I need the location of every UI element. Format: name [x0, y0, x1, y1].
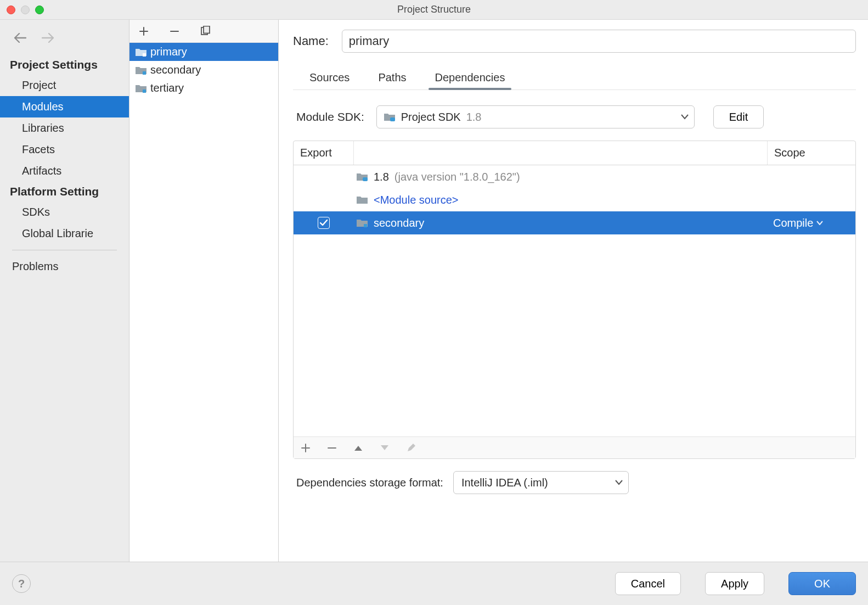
minimize-window-button[interactable] — [21, 5, 30, 14]
forward-button[interactable] — [41, 32, 56, 44]
back-button[interactable] — [12, 32, 27, 44]
zoom-window-button[interactable] — [35, 5, 44, 14]
module-item-label: primary — [150, 46, 187, 58]
dependency-toolbar — [294, 436, 855, 458]
sdk-edit-button[interactable]: Edit — [713, 105, 764, 128]
dialog-footer: ? Cancel Apply OK — [0, 562, 868, 605]
module-sdk-label: Module SDK: — [296, 110, 364, 124]
module-list: primary secondary tertiary — [129, 43, 278, 562]
move-up-button[interactable] — [352, 441, 365, 455]
dependency-scope[interactable]: Compile — [773, 217, 813, 229]
sidebar-section-header: Platform Setting — [0, 182, 129, 201]
dependency-table: Export Scope 1.8 (java version "1.8.0_16… — [293, 141, 856, 459]
dependency-meta: (java version "1.8.0_162") — [394, 171, 520, 183]
chevron-down-icon — [816, 221, 823, 225]
module-icon — [135, 83, 147, 93]
folder-icon — [356, 195, 368, 205]
module-list-panel: primary secondary tertiary — [129, 20, 279, 562]
module-item-label: tertiary — [150, 82, 184, 94]
sdk-icon — [356, 172, 368, 182]
module-item-label: secondary — [150, 64, 201, 76]
sdk-icon — [384, 112, 396, 122]
module-item-tertiary[interactable]: tertiary — [129, 79, 278, 97]
svg-rect-3 — [143, 71, 146, 75]
storage-format-select[interactable]: IntelliJ IDEA (.iml) — [453, 471, 629, 494]
settings-sidebar: Project Settings Project Modules Librari… — [0, 20, 129, 562]
module-tabs: Sources Paths Dependencies — [307, 68, 856, 89]
remove-dependency-button[interactable] — [325, 441, 339, 455]
sidebar-item-problems[interactable]: Problems — [0, 256, 129, 277]
dependency-table-header: Export Scope — [294, 141, 855, 165]
svg-rect-4 — [143, 89, 146, 93]
sidebar-item-sdks[interactable]: SDKs — [0, 201, 129, 223]
dependency-row-module-source[interactable]: <Module source> — [294, 188, 855, 211]
chevron-down-icon — [681, 114, 689, 120]
module-icon — [135, 47, 147, 57]
chevron-down-icon — [615, 480, 623, 485]
remove-module-button[interactable] — [168, 25, 181, 38]
apply-button[interactable]: Apply — [705, 572, 764, 595]
module-icon — [135, 65, 147, 75]
add-module-button[interactable] — [137, 25, 150, 38]
name-label: Name: — [293, 34, 329, 48]
column-name[interactable] — [354, 141, 768, 165]
svg-rect-1 — [204, 26, 210, 33]
module-name-input[interactable] — [342, 30, 856, 53]
module-item-secondary[interactable]: secondary — [129, 61, 278, 79]
sidebar-item-modules[interactable]: Modules — [0, 96, 129, 117]
module-detail-panel: Name: Sources Paths Dependencies Module … — [279, 20, 868, 562]
column-export[interactable]: Export — [294, 141, 354, 165]
column-scope[interactable]: Scope — [768, 141, 855, 165]
svg-rect-5 — [390, 117, 395, 121]
svg-rect-2 — [143, 53, 146, 57]
edit-dependency-button[interactable] — [404, 441, 418, 455]
sidebar-item-global-libraries[interactable]: Global Librarie — [0, 223, 129, 244]
module-item-primary[interactable]: primary — [129, 43, 278, 61]
sidebar-item-artifacts[interactable]: Artifacts — [0, 160, 129, 182]
ok-button[interactable]: OK — [788, 572, 856, 595]
move-down-button[interactable] — [378, 441, 391, 455]
cancel-button[interactable]: Cancel — [615, 572, 681, 595]
titlebar: Project Structure — [0, 0, 868, 20]
storage-format-value: IntelliJ IDEA (.iml) — [461, 477, 548, 489]
storage-format-label: Dependencies storage format: — [296, 477, 443, 489]
dependency-row-secondary[interactable]: secondary Compile — [294, 211, 855, 234]
dependency-rows: 1.8 (java version "1.8.0_162") <Module s… — [294, 165, 855, 436]
window-title: Project Structure — [0, 4, 868, 15]
module-toolbar — [129, 20, 278, 43]
add-dependency-button[interactable] — [299, 441, 312, 455]
tabs-underline — [293, 89, 856, 90]
tab-paths[interactable]: Paths — [376, 68, 408, 89]
dependency-label: <Module source> — [374, 194, 459, 206]
tab-dependencies[interactable]: Dependencies — [433, 68, 508, 89]
module-sdk-select[interactable]: Project SDK 1.8 — [376, 105, 695, 128]
sdk-select-name: Project SDK — [401, 111, 461, 124]
window-controls — [7, 5, 44, 14]
sidebar-separator — [12, 250, 117, 250]
dependency-label: secondary — [374, 217, 424, 229]
dependency-label: 1.8 — [374, 171, 389, 183]
close-window-button[interactable] — [7, 5, 15, 14]
svg-rect-6 — [363, 177, 368, 181]
export-checkbox[interactable] — [318, 217, 330, 229]
tab-sources[interactable]: Sources — [307, 68, 352, 89]
sdk-select-version: 1.8 — [466, 111, 482, 124]
sidebar-section-header: Project Settings — [0, 55, 129, 75]
sidebar-item-project[interactable]: Project — [0, 75, 129, 96]
svg-rect-7 — [364, 224, 367, 227]
dependency-row-sdk[interactable]: 1.8 (java version "1.8.0_162") — [294, 165, 855, 188]
help-button[interactable]: ? — [12, 574, 31, 593]
sidebar-item-libraries[interactable]: Libraries — [0, 117, 129, 139]
module-icon — [356, 218, 368, 228]
sidebar-item-facets[interactable]: Facets — [0, 139, 129, 160]
copy-module-button[interactable] — [199, 25, 212, 38]
main-content: Project Settings Project Modules Librari… — [0, 20, 868, 562]
